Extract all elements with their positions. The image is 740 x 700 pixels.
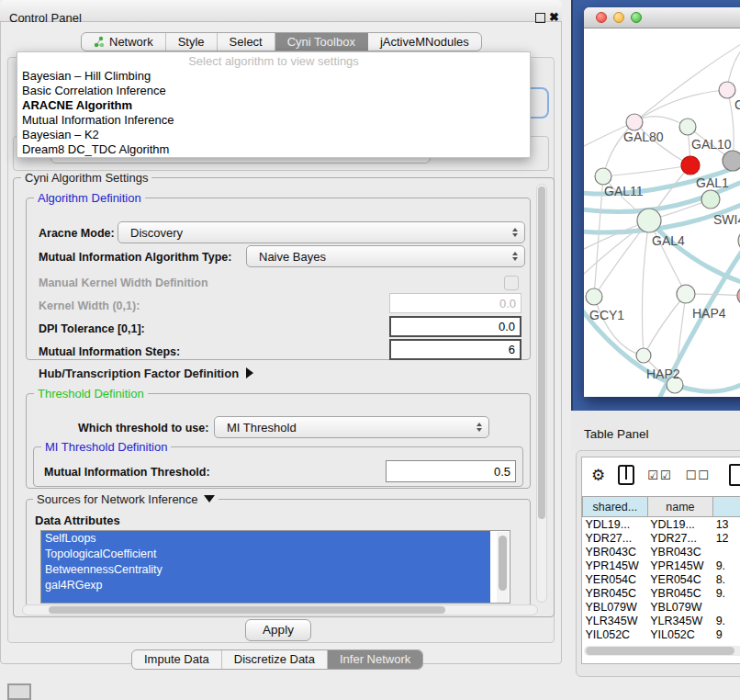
cell[interactable]: YBR043C [647, 545, 712, 559]
cell[interactable]: 12 [713, 531, 740, 545]
table-row[interactable]: YER054CYER054C8. [583, 572, 740, 586]
dpi-tolerance-input[interactable] [389, 316, 521, 337]
hub-definition-expander[interactable]: Hub/Transcription Factor Definition [39, 367, 253, 380]
tab-impute-data[interactable]: Impute Data [132, 650, 222, 669]
algorithm-option[interactable]: Dream8 DC_TDC Algorithm [17, 142, 530, 157]
node-hap4[interactable] [677, 285, 695, 303]
column-header-sharedname[interactable]: shared... [583, 497, 648, 517]
cell[interactable]: 9. [713, 586, 740, 600]
table-row[interactable]: YBR043CYBR043C [583, 545, 740, 559]
list-item[interactable]: SelfLoops [41, 531, 490, 547]
cell[interactable] [713, 600, 740, 614]
node[interactable] [719, 82, 735, 98]
table-row[interactable]: YDR27...YDR27...12 [583, 531, 740, 545]
sources-group-header[interactable]: Sources for Network Inference [33, 492, 219, 506]
attributes-scrollbar[interactable] [497, 532, 509, 603]
cell[interactable]: YPR145W [647, 559, 712, 572]
mini-panel-icon[interactable] [7, 683, 31, 700]
table-row[interactable]: YDL19...YDL19...13 [583, 517, 740, 532]
zoom-traffic-light-icon[interactable] [631, 12, 642, 23]
algorithm-option[interactable]: Basic Correlation Inference [17, 84, 530, 98]
settings-vertical-scrollbar[interactable] [536, 184, 547, 603]
table-horizontal-scrollbar[interactable] [584, 646, 740, 656]
table-row[interactable]: YPR145WYPR145W9. [583, 559, 740, 572]
tab-discretize-data[interactable]: Discretize Data [222, 650, 328, 669]
settings-vscroll-thumb[interactable] [538, 186, 545, 519]
table-row[interactable]: YIL052CYIL052C9 [583, 627, 740, 641]
column-header-name[interactable]: name [647, 497, 712, 517]
cell[interactable]: YLR345W [583, 614, 648, 627]
cell[interactable]: YBR045C [583, 586, 648, 600]
cell[interactable]: YLR345W [647, 614, 712, 627]
kernel-width-input[interactable] [389, 293, 521, 313]
data-attributes-list[interactable]: SelfLoops TopologicalCoefficient Between… [40, 530, 510, 604]
tab-infer-network[interactable]: Infer Network [328, 650, 422, 669]
cell[interactable] [713, 545, 740, 559]
cell[interactable]: 9. [713, 614, 740, 627]
node-gray[interactable] [723, 151, 740, 171]
deselect-all-columns-icon[interactable]: ☐☐ [686, 469, 711, 482]
node-gal11[interactable] [595, 168, 611, 185]
table-row[interactable]: YBL079WYBL079W [583, 600, 740, 614]
cell[interactable]: 8. [713, 572, 740, 586]
cell[interactable]: YDL19... [647, 517, 712, 532]
close-icon[interactable]: ✖ [549, 10, 559, 24]
table-row[interactable]: YBR045CYBR045C9. [583, 586, 740, 600]
cell[interactable]: 9. [713, 559, 740, 572]
float-window-icon[interactable] [535, 13, 545, 23]
which-threshold-combobox[interactable]: MI Threshold [214, 416, 489, 438]
cell[interactable]: YER054C [647, 572, 712, 586]
list-item-partial[interactable] [41, 593, 490, 604]
algorithm-option[interactable]: Bayesian – Hill Climbing [17, 69, 530, 84]
list-item[interactable]: TopologicalCoefficient [41, 547, 490, 562]
document-icon[interactable] [729, 464, 740, 486]
gear-icon[interactable]: ⚙ [591, 468, 605, 483]
cell[interactable]: YER054C [583, 572, 648, 586]
cell[interactable]: YBL079W [583, 600, 648, 614]
node-gal1-red[interactable] [681, 156, 700, 175]
node-swi4[interactable] [701, 190, 720, 209]
list-item[interactable]: gal4RGexp [41, 578, 490, 593]
minimize-traffic-light-icon[interactable] [613, 12, 624, 23]
tab-jactivemnodules[interactable]: jActiveMNodules [368, 33, 481, 51]
manual-kernel-width-checkbox[interactable] [504, 276, 519, 290]
list-item[interactable]: BetweennessCentrality [41, 562, 490, 578]
cell[interactable]: YBR045C [647, 586, 712, 600]
table-row[interactable]: YLR345WYLR345W9. [583, 614, 740, 627]
cell[interactable]: YPR145W [583, 559, 648, 572]
cell[interactable]: YDL19... [583, 517, 648, 532]
node-gal80[interactable] [626, 114, 643, 130]
settings-horizontal-scrollbar[interactable] [22, 604, 538, 615]
mi-steps-input[interactable] [389, 339, 521, 360]
tab-network[interactable]: Network [82, 33, 166, 51]
cell[interactable]: YDR27... [647, 531, 712, 545]
mi-threshold-input[interactable] [386, 460, 516, 482]
cell[interactable]: YIL052C [583, 627, 648, 641]
tab-style[interactable]: Style [166, 33, 218, 51]
attributes-scrollbar-thumb[interactable] [499, 536, 507, 591]
cell[interactable]: 9 [713, 627, 740, 641]
table-hscroll-thumb[interactable] [586, 647, 734, 655]
tab-select[interactable]: Select [218, 33, 275, 51]
algorithm-option[interactable]: Bayesian – K2 [17, 128, 530, 142]
split-columns-icon[interactable] [618, 465, 634, 485]
algorithm-option-selected[interactable]: ARACNE Algorithm [17, 98, 530, 113]
cell[interactable]: YBL079W [647, 600, 712, 614]
tab-cyni-toolbox[interactable]: Cyni Toolbox [275, 33, 368, 51]
select-all-columns-icon[interactable]: ☑☑ [647, 469, 672, 482]
node-gal4[interactable] [637, 209, 661, 232]
aracne-mode-combobox[interactable]: Discovery [118, 221, 525, 243]
cell[interactable]: YBR043C [583, 545, 648, 559]
network-canvas[interactable]: GAL GAL80 GAL10 GAL1 GAL11 SWI4 GAL4 GCY… [584, 28, 740, 397]
close-traffic-light-icon[interactable] [596, 12, 607, 23]
algorithm-option[interactable]: Mutual Information Inference [17, 113, 530, 128]
apply-button[interactable]: Apply [245, 619, 311, 641]
node-gcy1[interactable] [586, 288, 602, 305]
cell[interactable]: YIL052C [647, 627, 712, 641]
cell[interactable]: 13 [713, 517, 740, 532]
column-header-clipped[interactable] [713, 497, 740, 517]
node-hap2[interactable] [636, 348, 651, 363]
node-gal10[interactable] [679, 119, 696, 135]
cell[interactable]: YDR27... [583, 531, 648, 545]
mi-algorithm-type-combobox[interactable]: Naive Bayes [246, 245, 525, 267]
